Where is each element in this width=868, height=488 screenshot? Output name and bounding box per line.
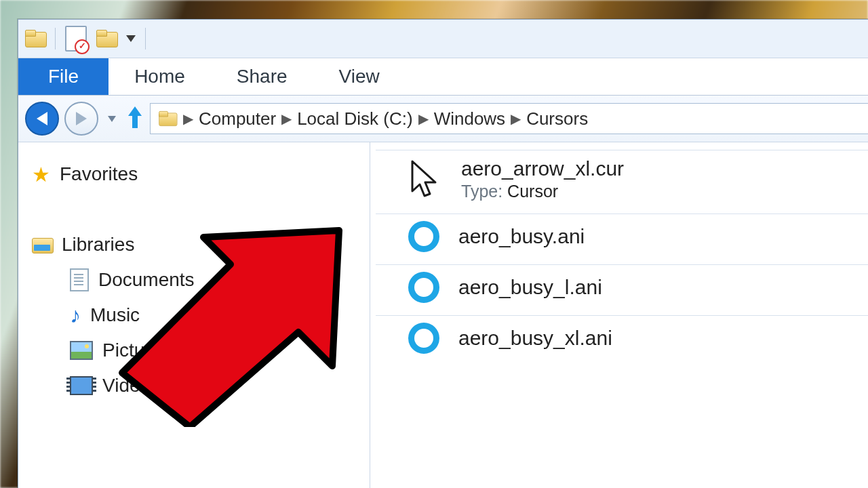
chevron-right-icon: ▶ — [281, 110, 292, 127]
file-item[interactable]: aero_busy_l.ani — [370, 265, 868, 315]
ribbon-tabs: File Home Share View — [18, 58, 868, 96]
sidebar-item-documents[interactable]: Documents — [32, 262, 356, 298]
arrow-left-icon — [37, 112, 47, 125]
tab-file[interactable]: File — [18, 58, 108, 95]
video-icon — [70, 376, 93, 395]
file-name: aero_busy_xl.ani — [458, 327, 612, 350]
chevron-right-icon: ▶ — [418, 110, 429, 127]
tab-share[interactable]: Share — [211, 58, 313, 95]
tab-home[interactable]: Home — [108, 58, 211, 95]
chevron-right-icon: ▶ — [183, 110, 193, 127]
sidebar-item-label: Videos — [102, 375, 160, 396]
file-name: aero_busy.ani — [458, 225, 585, 248]
star-icon: ★ — [32, 163, 50, 186]
breadcrumb-segment[interactable]: Local Disk (C:) — [297, 108, 412, 129]
file-name: aero_busy_l.ani — [458, 276, 602, 299]
explorer-body: ★ Favorites Libraries Documents ♪ Music … — [18, 142, 868, 488]
quick-access-toolbar — [18, 20, 868, 58]
qat-dropdown-icon[interactable] — [126, 35, 136, 42]
new-folder-icon[interactable] — [96, 30, 117, 47]
separator — [145, 28, 146, 49]
sidebar-libraries[interactable]: Libraries — [32, 227, 356, 262]
chevron-right-icon: ▶ — [511, 110, 521, 127]
file-name: aero_arrow_xl.cur — [461, 157, 624, 180]
sidebar-item-label: Music — [90, 304, 140, 326]
music-icon: ♪ — [70, 303, 81, 328]
file-item[interactable]: aero_busy_xl.ani — [370, 316, 868, 366]
file-list: aero_arrow_xl.cur Type: Cursor aero_busy… — [370, 142, 868, 488]
picture-icon — [70, 341, 93, 360]
breadcrumb-segment[interactable]: Cursors — [526, 108, 588, 129]
forward-button[interactable] — [64, 102, 98, 136]
app-folder-icon — [25, 30, 45, 47]
sidebar-label: Favorites — [60, 163, 138, 185]
sidebar-label: Libraries — [62, 234, 134, 256]
busy-ring-icon — [408, 323, 439, 354]
up-button[interactable] — [125, 106, 144, 131]
folder-icon — [159, 111, 176, 126]
spacer — [32, 192, 356, 227]
file-item[interactable]: aero_busy.ani — [370, 214, 868, 264]
sidebar-item-videos[interactable]: Videos — [32, 368, 356, 403]
sidebar-item-label: Documents — [98, 269, 195, 291]
busy-ring-icon — [408, 272, 439, 303]
breadcrumb-segment[interactable]: Windows — [434, 108, 505, 129]
file-item[interactable]: aero_arrow_xl.cur Type: Cursor — [370, 150, 868, 214]
navigation-bar: ▶ Computer ▶ Local Disk (C:) ▶ Windows ▶… — [18, 96, 868, 142]
address-bar[interactable]: ▶ Computer ▶ Local Disk (C:) ▶ Windows ▶… — [150, 103, 868, 134]
properties-icon[interactable] — [65, 26, 87, 52]
arrow-right-icon — [76, 112, 87, 125]
sidebar-item-music[interactable]: ♪ Music — [32, 298, 356, 333]
libraries-icon — [32, 236, 52, 253]
back-button[interactable] — [25, 102, 59, 136]
sidebar-favorites[interactable]: ★ Favorites — [32, 157, 356, 192]
breadcrumb-segment[interactable]: Computer — [199, 108, 276, 129]
busy-ring-icon — [408, 221, 439, 252]
cursor-icon — [408, 159, 442, 201]
file-type: Type: Cursor — [461, 182, 624, 201]
document-icon — [70, 268, 89, 291]
sidebar-item-pictures[interactable]: Pictures — [32, 333, 356, 368]
sidebar-item-label: Pictures — [102, 340, 171, 361]
tab-view[interactable]: View — [313, 58, 406, 95]
separator — [55, 28, 56, 49]
navigation-pane: ★ Favorites Libraries Documents ♪ Music … — [18, 142, 370, 488]
history-dropdown-icon[interactable] — [108, 116, 116, 122]
explorer-window: File Home Share View ▶ Computer ▶ Local … — [18, 19, 868, 488]
